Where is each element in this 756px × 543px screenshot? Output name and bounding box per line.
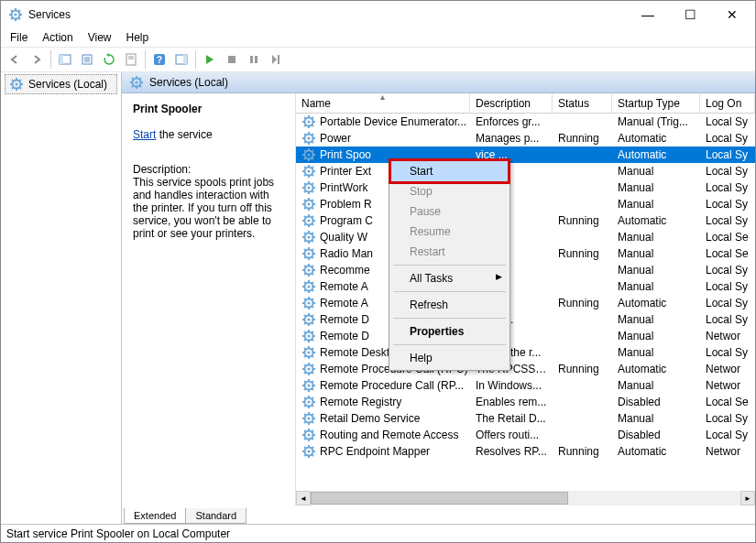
row-name: Portable Device Enumerator... [320,115,466,128]
service-row[interactable]: Remote Procedure Call (RP...In Windows..… [296,377,755,394]
service-row[interactable]: Radio ManMan...RunningManualLocal Se [296,245,755,262]
row-name: Remote Registry [320,396,401,408]
row-name: Power [320,132,351,145]
row-startup-type: Disabled [612,396,700,408]
service-icon [301,246,316,261]
row-status: Running [553,214,612,227]
menu-help[interactable]: Help [126,31,149,44]
service-row[interactable]: Remote RegistryEnables rem...DisabledLoc… [296,394,755,410]
service-icon [301,329,316,343]
service-row[interactable]: Routing and Remote AccessOffers routi...… [296,427,755,443]
service-row[interactable]: Problem Rvice ...ManualLocal Sy [296,196,755,212]
refresh-button[interactable] [99,49,119,70]
column-headers[interactable]: Name Description Status Startup Type Log… [296,93,755,114]
detail-pane: Print Spooler Start the service Descript… [122,93,296,505]
scroll-left-button[interactable]: ◄ [296,491,311,505]
row-log-on: Networ [700,330,755,342]
show-hide-tree-button[interactable] [55,49,75,70]
row-startup-type: Manual [612,330,700,342]
service-row[interactable]: Portable Device Enumerator...Enforces gr… [296,114,755,130]
row-startup-type: Manual (Trig... [612,115,700,128]
row-name: Print Spoo [320,148,371,161]
service-icon [301,230,316,244]
col-name[interactable]: Name [296,93,470,113]
row-name: Retail Demo Service [320,412,420,425]
nav-item-services-local[interactable]: Services (Local) [5,74,117,94]
nav-tree[interactable]: Services (Local) [1,72,122,524]
statusbar-text: Start service Print Spooler on Local Com… [6,527,230,540]
view-tabs: Extended Standard [122,505,755,524]
service-row[interactable]: Remote Desktop Services U...Allows the r… [296,344,755,361]
menu-view[interactable]: View [88,31,112,44]
service-icon [301,213,316,228]
row-status: Running [553,445,612,458]
context-item-help[interactable]: Help [391,348,508,368]
col-startup-type[interactable]: Startup Type [612,93,700,113]
service-row[interactable]: Remote Aa co...ManualLocal Sy [296,278,755,295]
col-status[interactable]: Status [553,93,612,113]
row-description: Manages p... [470,132,553,145]
service-row[interactable]: Program Cvice ...RunningAutomaticLocal S… [296,212,755,229]
row-description: The Retail D... [470,412,553,425]
context-item-pause: Pause [391,201,508,222]
row-log-on: Local Sy [700,429,755,441]
stop-service-button[interactable] [222,49,242,70]
row-startup-type: Manual [612,247,700,260]
start-service-button[interactable] [200,49,220,70]
service-row[interactable]: Remote Aes di...RunningAutomaticLocal Sy [296,295,755,311]
menu-file[interactable]: File [10,31,27,44]
menu-action[interactable]: Action [42,31,72,44]
scroll-thumb[interactable] [311,492,568,505]
back-button[interactable] [5,49,25,70]
service-row[interactable]: Quality WWin...ManualLocal Se [296,229,755,245]
service-row[interactable]: PrintWorkes su...ManualLocal Sy [296,179,755,196]
tab-standard[interactable]: Standard [185,508,247,524]
context-item-start[interactable]: Start [391,161,508,181]
tab-extended[interactable]: Extended [124,508,186,524]
svg-rect-26 [278,55,279,64]
help-button[interactable]: ? [149,49,170,70]
svg-rect-16 [126,54,136,65]
horizontal-scrollbar[interactable]: ◄ ► [296,491,755,505]
svg-rect-22 [183,55,187,64]
svg-rect-25 [255,56,257,63]
export-list-button[interactable] [77,49,97,70]
row-name: RPC Endpoint Mapper [320,445,430,458]
forward-button[interactable] [27,49,47,70]
properties-button[interactable] [121,49,141,70]
row-log-on: Local Sy [700,297,755,310]
row-log-on: Local Sy [700,214,755,227]
row-log-on: Networ [700,445,755,458]
pause-service-button[interactable] [244,49,264,70]
minimize-button[interactable]: — [627,1,669,28]
start-service-link[interactable]: Start [133,128,156,141]
service-row[interactable]: Printer Extvice ...ManualLocal Sy [296,163,755,179]
context-item-all-tasks[interactable]: All Tasks▶ [391,268,508,288]
service-row[interactable]: Retail Demo ServiceThe Retail D...Manual… [296,410,755,427]
service-row[interactable]: Remote Duser...ManualNetwor [296,328,755,344]
service-row[interactable]: Recommes aut...ManualLocal Sy [296,262,755,278]
restart-service-button[interactable] [266,49,286,70]
scroll-right-button[interactable]: ► [740,491,755,505]
service-row[interactable]: Print Spoovice ...AutomaticLocal Sy [296,147,755,163]
col-log-on[interactable]: Log On [700,93,755,113]
row-startup-type: Automatic [612,363,700,375]
maximize-button[interactable]: ☐ [669,1,711,28]
row-startup-type: Manual [612,280,700,293]
service-row[interactable]: Remote De Des...ManualLocal Sy [296,311,755,328]
context-menu[interactable]: StartStopPauseResumeRestartAll Tasks▶Ref… [389,158,510,371]
service-row[interactable]: Remote Procedure Call (RPC)The RPCSS s..… [296,361,755,377]
context-item-properties[interactable]: Properties [391,321,508,342]
service-row[interactable]: PowerManages p...RunningAutomaticLocal S… [296,130,755,147]
row-description: In Windows... [470,379,553,392]
close-button[interactable]: ✕ [711,1,753,28]
service-row[interactable]: RPC Endpoint MapperResolves RP...Running… [296,443,755,460]
services-list[interactable]: Name Description Status Startup Type Log… [296,93,755,505]
context-item-refresh[interactable]: Refresh [391,295,508,315]
row-status: Running [553,297,612,310]
row-description: Offers routi... [470,429,553,441]
col-description[interactable]: Description [470,93,553,113]
row-name: Remote Procedure Call (RP... [320,379,464,392]
titlebar: Services — ☐ ✕ [1,1,755,28]
action-pane-button[interactable] [171,49,192,70]
